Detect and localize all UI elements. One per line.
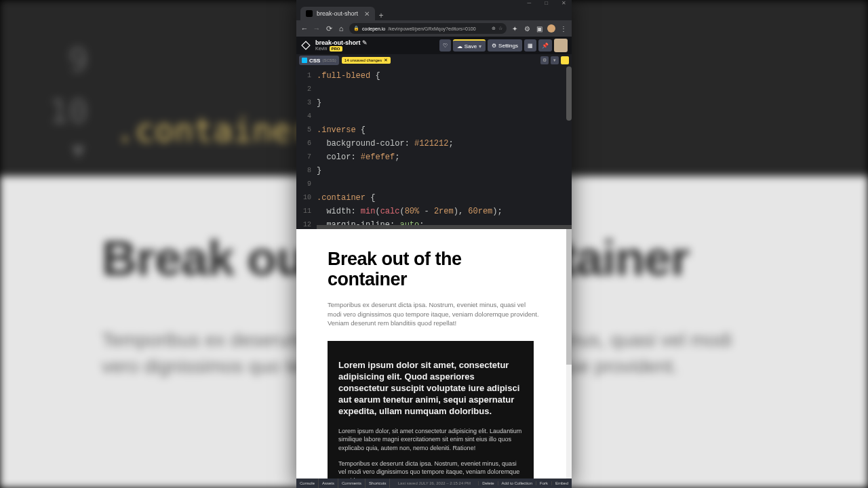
editor-scrollbar-vertical[interactable] [566,66,572,121]
line-number: 12 [296,218,317,229]
code-line[interactable]: 5.inverse { [296,123,572,137]
code-line[interactable]: 10.container { [296,191,572,205]
save-button[interactable]: ☁Save▾ [453,39,486,52]
preview-inverse-p2: Temporibus ex deserunt dicta ipsa. Nostr… [338,460,523,479]
nav-reload-icon[interactable]: ⟳ [325,24,333,33]
editor-settings-icon[interactable]: ⚙ [540,56,549,64]
codepen-footer: Console Assets Comments Shortcuts Last s… [296,479,572,488]
code-line[interactable]: 7 color: #efefef; [296,150,572,164]
pen-title[interactable]: break-out-short [315,39,361,46]
code-content[interactable]: } [317,164,321,178]
code-content[interactable]: .container { [317,191,375,205]
cloud-icon: ☁ [457,43,462,49]
line-number: 11 [296,205,317,218]
codepen-header: break-out-short ✎ KevinPRO ♡ ☁Save▾ ⚙Set… [296,37,572,54]
code-line[interactable]: 3} [296,96,572,110]
code-line[interactable]: 2 [296,83,572,96]
tab-close-icon[interactable]: ✕ [364,10,370,18]
code-editor[interactable]: 1.full-bleed {23}45.inverse {6 backgroun… [296,66,572,229]
preview-inverse-box: Lorem ipsum dolor sit amet, consectetur … [328,341,534,479]
puzzle-icon[interactable]: ⚙ [523,25,531,33]
side-panel-icon[interactable]: ▣ [535,25,543,33]
preview-inverse-heading: Lorem ipsum dolor sit amet, consectetur … [338,360,523,417]
code-content[interactable]: .full-bleed { [317,69,380,83]
url-path: /kevinpowell/pen/GRxMqoy?editors=0100 [388,26,475,31]
url-domain: codepen.io [362,26,385,31]
browser-tab[interactable]: break-out-short ✕ [300,7,375,20]
settings-button[interactable]: ⚙Settings [488,39,522,52]
line-number: 1 [296,69,317,83]
comments-button[interactable]: Comments [338,479,366,488]
code-content[interactable]: .inverse { [317,123,366,137]
pen-author[interactable]: Kevin [315,46,328,51]
code-content[interactable]: width: min(calc(80% - 2rem), 60rem); [317,205,502,218]
pin-button[interactable]: 📌 [538,39,552,52]
code-content[interactable]: } [317,96,321,110]
code-line[interactable]: 6 background-color: #121212; [296,137,572,150]
console-button[interactable]: Console [296,479,319,488]
address-bar: ← → ⟳ ⌂ 🔒 codepen.io/kevinpowell/pen/GRx… [296,20,572,37]
editor-status-icon [561,56,569,64]
user-avatar[interactable] [554,39,568,52]
favicon-icon [306,10,313,17]
assets-button[interactable]: Assets [319,479,338,488]
fork-button[interactable]: Fork [536,481,551,485]
nav-forward-icon[interactable]: → [313,24,321,33]
line-number: 7 [296,150,317,164]
browser-tabstrip: break-out-short ✕ + [296,5,572,20]
preview-heading: Break out of the container [328,249,540,289]
add-collection-button[interactable]: Add to Collection [498,481,536,485]
preview-inverse-p1: Lorem ipsum dolor, sit amet consectetur … [338,427,523,453]
dismiss-unsaved-icon[interactable]: ✕ [384,58,388,63]
line-number: 5 [296,123,317,137]
css-icon [302,58,307,63]
install-icon[interactable]: ⊕ [492,26,496,31]
editor-chevron-icon[interactable]: ▾ [551,56,559,64]
line-number: 9 [296,178,317,191]
codepen-logo-icon[interactable] [301,41,311,50]
new-tab-button[interactable]: + [375,11,387,20]
unsaved-badge[interactable]: 14 unsaved changes ✕ [342,57,391,64]
code-line[interactable]: 8} [296,164,572,178]
browser-window: ─ □ ✕ break-out-short ✕ + ← → ⟳ ⌂ 🔒 code… [296,0,572,488]
code-line[interactable]: 9 [296,178,572,191]
menu-icon[interactable]: ⋮ [559,25,568,33]
preview-pane: Break out of the container Temporibus ex… [296,229,572,479]
preview-scrollbar[interactable] [566,229,572,479]
star-icon[interactable]: ☆ [498,26,502,31]
url-input[interactable]: 🔒 codepen.io/kevinpowell/pen/GRxMqoy?edi… [349,23,507,34]
code-line[interactable]: 1.full-bleed { [296,69,572,83]
love-button[interactable]: ♡ [439,39,451,52]
line-number: 10 [296,191,317,205]
code-line[interactable]: 11 width: min(calc(80% - 2rem), 60rem); [296,205,572,218]
gear-icon: ⚙ [492,43,496,49]
window-titlebar: ─ □ ✕ [296,0,572,5]
preview-paragraph: Temporibus ex deserunt dicta ipsa. Nostr… [328,300,540,327]
layout-button[interactable]: ▦ [524,39,536,52]
pro-badge: PRO [330,46,342,52]
code-line[interactable]: 4 [296,110,572,123]
editor-tabs: HTML CSS (SCSS) 14 unsaved changes ✕ ⚙ ▾ [296,54,572,66]
last-saved-label: Last saved JULY 26, 2022 – 2:15:24 PM [390,481,478,485]
lock-icon: 🔒 [353,26,359,31]
code-content[interactable]: background-color: #121212; [317,137,454,150]
extensions-icon[interactable]: ✦ [511,25,519,33]
embed-button[interactable]: Embed [551,481,572,485]
nav-home-icon[interactable]: ⌂ [337,24,345,33]
edit-title-icon[interactable]: ✎ [362,39,368,46]
profile-avatar-icon[interactable] [547,24,555,33]
shortcuts-button[interactable]: Shortcuts [366,479,390,488]
code-content[interactable]: color: #efefef; [317,150,399,164]
delete-button[interactable]: Delete [478,481,497,485]
line-number: 6 [296,137,317,150]
line-number: 2 [296,83,317,96]
css-panel-tab[interactable]: CSS (SCSS) [299,56,339,65]
tab-title: break-out-short [317,10,358,17]
line-number: 4 [296,110,317,123]
nav-back-icon[interactable]: ← [300,24,309,33]
line-number: 8 [296,164,317,178]
pen-title-block: break-out-short ✎ KevinPRO [315,40,368,52]
line-number: 3 [296,96,317,110]
